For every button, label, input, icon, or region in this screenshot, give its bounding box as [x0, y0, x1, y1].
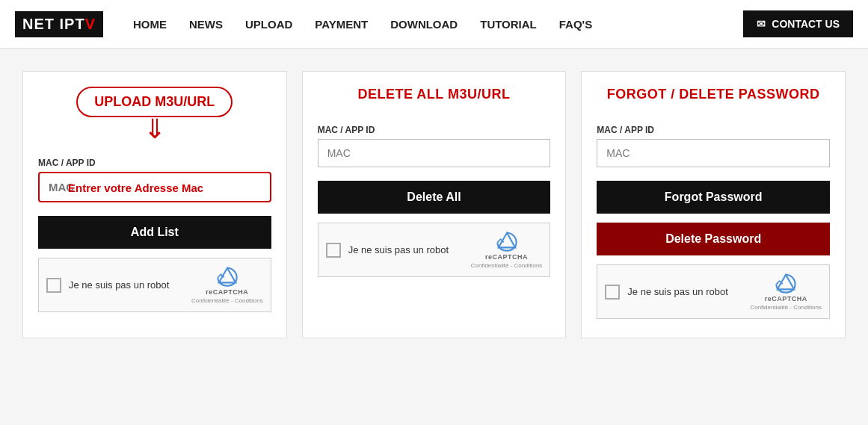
upload-panel: UPLOAD M3U/URL ⇓ MAC / APP ID Entrer vot… [22, 71, 287, 338]
nav-tutorial[interactable]: TUTORIAL [480, 18, 537, 31]
forgot-password-button[interactable]: Forgot Password [597, 181, 830, 214]
forgot-recaptcha-checkbox[interactable] [605, 285, 620, 300]
delete-all-title: DELETE ALL M3U/URL [318, 87, 551, 102]
delete-all-recaptcha: Je ne suis pas un robot reCAPTCHA Confid… [318, 223, 551, 277]
upload-input-wrapper: Entrer votre Adresse Mac [38, 172, 271, 202]
upload-mac-input[interactable] [38, 172, 271, 202]
forgot-field-label: MAC / APP ID [597, 125, 830, 135]
recaptcha-icon-forgot [775, 273, 796, 294]
contact-button[interactable]: ✉ CONTACT US [743, 10, 853, 37]
upload-title-bubble: UPLOAD M3U/URL [76, 87, 233, 117]
forgot-recaptcha: Je ne suis pas un robot reCAPTCHA Confid… [597, 264, 830, 319]
upload-recaptcha-label: Je ne suis pas un robot [69, 279, 184, 291]
upload-panel-header: UPLOAD M3U/URL ⇓ [38, 87, 271, 143]
recaptcha-links-upload: Confidentialité - Conditions [191, 297, 263, 304]
recaptcha-links-forgot: Confidentialité - Conditions [750, 304, 822, 311]
recaptcha-links-delete: Confidentialité - Conditions [471, 262, 543, 269]
delete-all-field-label: MAC / APP ID [318, 125, 551, 135]
recaptcha-icon-delete [496, 231, 517, 252]
upload-recaptcha-checkbox[interactable] [46, 278, 61, 293]
upload-recaptcha: Je ne suis pas un robot reCAPTCHA Confid… [38, 258, 271, 312]
nav-payment[interactable]: PAYMENT [315, 18, 368, 31]
nav-download[interactable]: DOWNLOAD [390, 18, 458, 31]
recaptcha-brand-forgot: reCAPTCHA [765, 295, 807, 303]
delete-all-recaptcha-checkbox[interactable] [326, 243, 341, 258]
forgot-mac-input[interactable] [597, 139, 830, 167]
upload-recaptcha-logo: reCAPTCHA Confidentialité - Conditions [191, 266, 263, 304]
recaptcha-brand-delete: reCAPTCHA [485, 253, 528, 261]
nav: HOME NEWS UPLOAD PAYMENT DOWNLOAD TUTORI… [133, 18, 743, 31]
upload-title-text: UPLOAD M3U/URL [94, 94, 215, 109]
forgot-recaptcha-logo: reCAPTCHA Confidentialité - Conditions [750, 273, 822, 311]
delete-all-mac-input[interactable] [318, 139, 551, 167]
delete-all-button[interactable]: Delete All [318, 181, 551, 214]
contact-label: CONTACT US [772, 18, 840, 30]
nav-upload[interactable]: UPLOAD [245, 18, 292, 31]
upload-field-label: MAC / APP ID [38, 158, 271, 168]
header: NET IPTV HOME NEWS UPLOAD PAYMENT DOWNLO… [0, 0, 868, 49]
nav-faqs[interactable]: FAQ'S [559, 18, 592, 31]
forgot-title: FORGOT / DELETE PASSWORD [597, 87, 830, 102]
recaptcha-icon-upload [217, 266, 238, 287]
arrow-down-icon: ⇓ [144, 116, 166, 143]
delete-all-panel: DELETE ALL M3U/URL MAC / APP ID Delete A… [302, 71, 567, 338]
delete-all-recaptcha-logo: reCAPTCHA Confidentialité - Conditions [471, 231, 543, 269]
logo: NET IPTV [15, 11, 103, 37]
nav-home[interactable]: HOME [133, 18, 167, 31]
forgot-panel: FORGOT / DELETE PASSWORD MAC / APP ID Fo… [581, 71, 846, 338]
delete-password-button[interactable]: Delete Password [597, 223, 830, 255]
logo-highlight: V [85, 16, 96, 32]
nav-news[interactable]: NEWS [189, 18, 223, 31]
envelope-icon: ✉ [757, 18, 766, 30]
add-list-button[interactable]: Add List [38, 216, 271, 249]
recaptcha-brand-upload: reCAPTCHA [206, 288, 248, 296]
forgot-recaptcha-label: Je ne suis pas un robot [627, 286, 742, 297]
panels-container: UPLOAD M3U/URL ⇓ MAC / APP ID Entrer vot… [22, 71, 846, 338]
delete-all-recaptcha-label: Je ne suis pas un robot [348, 244, 464, 255]
main-content: UPLOAD M3U/URL ⇓ MAC / APP ID Entrer vot… [0, 49, 868, 425]
